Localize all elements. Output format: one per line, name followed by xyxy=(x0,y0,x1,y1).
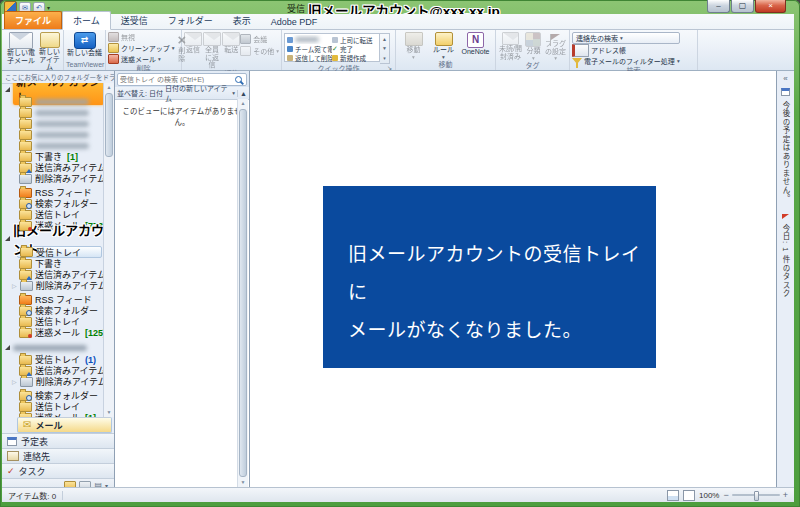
move-button[interactable]: 移動 ▾ xyxy=(400,31,428,60)
dropdown-icon: ▾ xyxy=(442,54,445,60)
reading-view-icon[interactable] xyxy=(683,490,695,501)
tree-scrollbar[interactable]: ▲ ▼ xyxy=(103,83,114,417)
expander-open-icon[interactable] xyxy=(5,87,10,92)
quick-step-label: 返信して削除 xyxy=(295,53,332,62)
forward-label: 転送 xyxy=(224,46,238,54)
close-button[interactable]: × xyxy=(755,0,786,13)
new-email-button[interactable]: 新しい電子メール xyxy=(4,31,38,64)
sort-by-button[interactable]: 並べ替え: 日付 xyxy=(117,88,163,98)
tab-view[interactable]: 表示 xyxy=(223,12,261,29)
folder-row-redacted[interactable] xyxy=(2,118,104,129)
new-meeting-button[interactable]: ⇄ 新しい会議 xyxy=(67,31,103,57)
empty-view-message: このビューにはアイテムがありません。 xyxy=(115,105,249,127)
folder-row-junk[interactable]: 迷惑メール[125] xyxy=(2,327,104,338)
new-meeting-label: 新しい会議 xyxy=(67,49,102,57)
unread-read-icon xyxy=(502,32,519,45)
account-row-new[interactable]: 新メールアカウント xyxy=(2,83,104,96)
module-contacts[interactable]: 連絡先 xyxy=(2,448,114,463)
meeting-button[interactable]: 会議 xyxy=(240,34,279,44)
zoom-in-icon[interactable]: + xyxy=(783,491,788,500)
quick-step-forward-boss[interactable]: 上司に転送 xyxy=(332,35,377,44)
cleanup-button[interactable]: クリーンアップ ▾ xyxy=(108,43,174,53)
expander-closed-icon[interactable]: ▷ xyxy=(12,378,17,385)
reply-all-icon xyxy=(203,32,221,46)
tab-file[interactable]: ファイル xyxy=(4,11,62,29)
ignore-icon xyxy=(108,32,119,42)
folder-row-deleted[interactable]: ▷削除済みアイテム xyxy=(2,376,104,387)
reply-button[interactable]: 返信 xyxy=(184,31,202,54)
qat-dropdown-icon[interactable]: ▾ xyxy=(47,4,50,11)
favorites-hint: ここにお気に入りのフォルダーをドラッグ xyxy=(5,72,114,82)
deleted-folder-icon xyxy=(20,281,33,291)
module-calendar[interactable]: 予定表 xyxy=(2,433,114,448)
tab-folder[interactable]: フォルダー xyxy=(158,12,223,29)
scroll-down-icon[interactable]: ▼ xyxy=(104,408,114,417)
more-respond-button[interactable]: その他 ▾ xyxy=(240,46,279,56)
expander-open-icon[interactable] xyxy=(5,236,10,241)
redacted-folder xyxy=(35,121,89,127)
maximize-button[interactable]: ▢ xyxy=(731,0,754,13)
todo-bar[interactable]: « 今後の予定はありません。 今日: 1 件のタスク xyxy=(776,71,794,487)
find-contact-box[interactable]: 連絡先の検索 ▾ xyxy=(572,32,680,44)
dropdown-icon: ▾ xyxy=(677,58,680,64)
onenote-button[interactable]: N OneNote xyxy=(460,31,492,56)
quick-steps-scroll[interactable]: ▲▼▾ xyxy=(380,33,390,64)
zoom-level[interactable]: 100% xyxy=(699,491,719,500)
ignore-button[interactable]: 無視 xyxy=(108,32,174,42)
search-input[interactable] xyxy=(120,76,235,83)
reading-pane: 旧メールアカウントの受信トレイに メールがなくなりました。 xyxy=(250,71,776,487)
sort-bar: 並べ替え: 日付 日付の新しいアイテム ▾ ▲ xyxy=(115,87,249,100)
scroll-down-icon[interactable]: ▼ xyxy=(238,478,248,487)
expander-open-icon[interactable] xyxy=(5,345,10,350)
reply-icon xyxy=(184,32,202,46)
list-scrollbar[interactable]: ▲ ▼ xyxy=(237,99,248,487)
expander-closed-icon[interactable]: ▷ xyxy=(12,282,17,289)
dropdown-icon: ▾ xyxy=(620,35,623,41)
folder-row-redacted[interactable] xyxy=(2,129,104,140)
redacted-folder xyxy=(35,99,89,105)
quick-step-redacted[interactable] xyxy=(287,35,332,44)
tab-send-receive[interactable]: 送受信 xyxy=(111,12,158,29)
search-icon[interactable] xyxy=(235,76,242,83)
scroll-up-icon[interactable]: ▲ xyxy=(104,83,114,92)
junk-button[interactable]: 迷惑メール ▾ xyxy=(108,54,174,64)
unread-read-button[interactable]: 未読/開封済み xyxy=(498,31,523,60)
zoom-knob[interactable] xyxy=(754,491,759,501)
quick-step-reply-delete[interactable]: 返信して削除 xyxy=(287,53,332,62)
zoom-slider[interactable]: − + xyxy=(723,491,788,500)
folder-count: [1] xyxy=(67,152,78,162)
forward-button[interactable]: 転送 xyxy=(222,31,240,54)
group-label-move: 移動 xyxy=(398,60,493,70)
folder-row-redacted[interactable] xyxy=(2,107,104,118)
move-label: 移動 xyxy=(407,46,421,54)
follow-up-button[interactable]: フラグの設定 ▾ xyxy=(544,31,567,61)
sort-order-button[interactable]: 日付の新しいアイテム xyxy=(165,83,230,103)
quick-step-team-email[interactable]: チーム宛て電子メ... xyxy=(287,44,332,53)
expand-todo-icon[interactable]: « xyxy=(783,74,787,83)
rules-button[interactable]: ルール ▾ xyxy=(430,31,458,60)
scrollbar-thumb[interactable] xyxy=(239,109,247,477)
module-mail[interactable]: ✉メール xyxy=(17,417,112,433)
sort-direction-icon[interactable]: ▲ xyxy=(237,90,247,97)
normal-view-icon[interactable] xyxy=(667,490,679,501)
scroll-up-icon[interactable]: ▲ xyxy=(238,99,248,108)
account-row-old[interactable]: 旧メールアカウント xyxy=(2,231,104,246)
message-list-pane: 並べ替え: 日付 日付の新しいアイテム ▾ ▲ このビューにはアイテムがありませ… xyxy=(115,71,250,487)
zoom-track[interactable] xyxy=(732,494,780,496)
tab-home[interactable]: ホーム xyxy=(62,11,111,30)
email-filter-button[interactable]: 電子メールのフィルター処理 ▾ xyxy=(572,56,680,66)
zoom-controls: 100% − + xyxy=(667,490,788,501)
quick-step-done[interactable]: ✓ 完了 xyxy=(332,44,377,53)
folder-row-deleted[interactable]: ▷削除済みアイテム xyxy=(2,280,104,291)
tab-adobe-pdf[interactable]: Adobe PDF xyxy=(261,15,328,29)
quick-step-create-new[interactable]: 新規作成 xyxy=(332,53,377,62)
module-tasks[interactable]: ✓タスク xyxy=(2,463,114,478)
zoom-out-icon[interactable]: − xyxy=(723,491,728,500)
ribbon: 新しい電子メール 新しいアイテム ▾ 新規作成 ⇄ 新しい会議 TeamView… xyxy=(2,30,794,71)
scrollbar-thumb[interactable] xyxy=(105,93,113,157)
minimize-button[interactable]: – xyxy=(707,0,730,13)
folder-row-deleted[interactable]: 削除済みアイテム xyxy=(2,173,104,184)
address-book-button[interactable]: アドレス帳 xyxy=(572,45,680,55)
categorize-button[interactable]: 分類 ▾ xyxy=(524,31,543,61)
reply-all-button[interactable]: 全員に返信 xyxy=(202,31,222,69)
